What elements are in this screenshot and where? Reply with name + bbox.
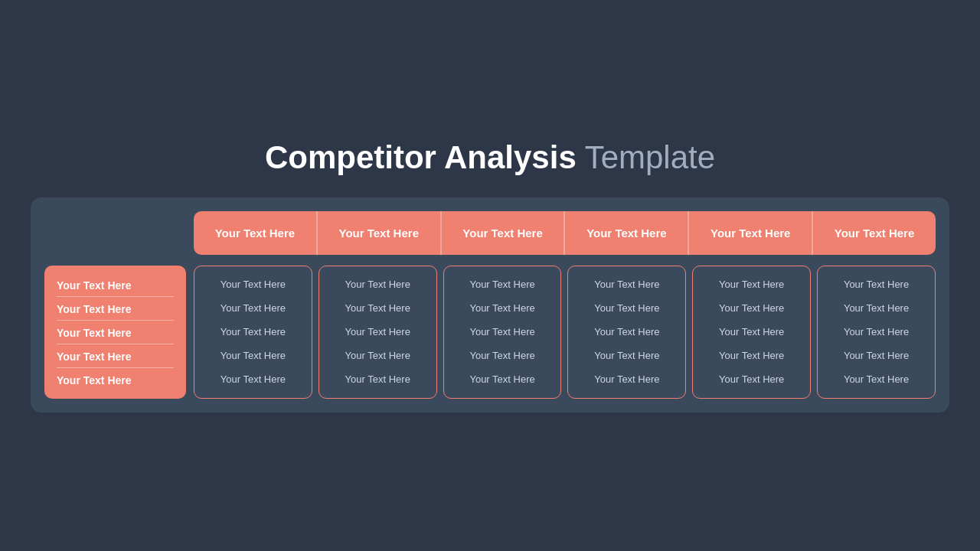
row-label-item-3: Your Text Here (57, 344, 174, 368)
row-label-text-0: Your Text Here (57, 273, 132, 296)
data-cell-1-3: Your Text Here (327, 344, 429, 367)
header-cell-3: Your Text Here (565, 211, 689, 255)
data-cell-3-2: Your Text Here (576, 320, 678, 344)
header-cell-4: Your Text Here (689, 211, 813, 255)
data-col-3: Your Text HereYour Text HereYour Text He… (567, 266, 686, 399)
data-cell-1-0: Your Text Here (327, 272, 429, 296)
data-cell-5-2: Your Text Here (825, 320, 927, 344)
data-cell-0-1: Your Text Here (202, 296, 304, 320)
data-cell-4-3: Your Text Here (701, 344, 802, 367)
row-label-item-1: Your Text Here (57, 297, 174, 321)
header-cell-5: Your Text Here (813, 211, 936, 255)
data-cell-5-4: Your Text Here (825, 367, 927, 391)
row-label-item-2: Your Text Here (57, 321, 174, 344)
data-cell-5-0: Your Text Here (825, 272, 927, 296)
data-cell-2-2: Your Text Here (452, 320, 554, 344)
data-cell-4-4: Your Text Here (701, 367, 802, 391)
row-label-text-4: Your Text Here (57, 368, 132, 391)
data-cell-5-1: Your Text Here (825, 296, 927, 320)
data-cell-0-2: Your Text Here (202, 320, 304, 344)
main-container: Your Text HereYour Text HereYour Text He… (31, 197, 949, 412)
header-cell-0: Your Text Here (194, 211, 318, 255)
data-cell-4-0: Your Text Here (701, 272, 802, 296)
data-cell-1-2: Your Text Here (327, 320, 429, 344)
data-cell-1-4: Your Text Here (327, 367, 429, 391)
data-cell-2-1: Your Text Here (452, 296, 554, 320)
data-cell-2-0: Your Text Here (452, 272, 554, 296)
data-cell-0-3: Your Text Here (202, 344, 304, 367)
data-cell-5-3: Your Text Here (825, 344, 927, 367)
header-cell-2: Your Text Here (442, 211, 566, 255)
data-cell-3-4: Your Text Here (576, 367, 678, 391)
data-cell-3-1: Your Text Here (576, 296, 678, 320)
title-bold: Competitor Analysis (265, 139, 577, 175)
data-col-4: Your Text HereYour Text HereYour Text He… (692, 266, 811, 399)
data-col-1: Your Text HereYour Text HereYour Text He… (318, 266, 437, 399)
data-cell-1-1: Your Text Here (327, 296, 429, 320)
data-cell-2-3: Your Text Here (452, 344, 554, 367)
row-label-column: Your Text HereYour Text HereYour Text He… (44, 266, 186, 399)
data-cell-2-4: Your Text Here (452, 367, 554, 391)
row-label-item-0: Your Text Here (57, 273, 174, 297)
data-cell-3-3: Your Text Here (576, 344, 678, 367)
header-cell-1: Your Text Here (318, 211, 442, 255)
body-row: Your Text HereYour Text HereYour Text He… (44, 266, 936, 399)
title-light: Template (577, 139, 715, 175)
data-cell-0-0: Your Text Here (202, 272, 304, 296)
data-cell-0-4: Your Text Here (202, 367, 304, 391)
data-col-2: Your Text HereYour Text HereYour Text He… (443, 266, 562, 399)
data-cell-4-1: Your Text Here (701, 296, 802, 320)
data-col-5: Your Text HereYour Text HereYour Text He… (817, 266, 936, 399)
row-label-text-3: Your Text Here (57, 344, 132, 367)
data-col-0: Your Text HereYour Text HereYour Text He… (194, 266, 312, 399)
data-cell-3-0: Your Text Here (576, 272, 678, 296)
row-label-text-1: Your Text Here (57, 297, 132, 320)
row-label-item-4: Your Text Here (57, 368, 174, 391)
data-columns: Your Text HereYour Text HereYour Text He… (194, 266, 936, 399)
header-row: Your Text HereYour Text HereYour Text He… (194, 211, 936, 255)
page-title-area: Competitor Analysis Template (265, 139, 715, 176)
row-label-text-2: Your Text Here (57, 321, 132, 344)
data-cell-4-2: Your Text Here (701, 320, 802, 344)
